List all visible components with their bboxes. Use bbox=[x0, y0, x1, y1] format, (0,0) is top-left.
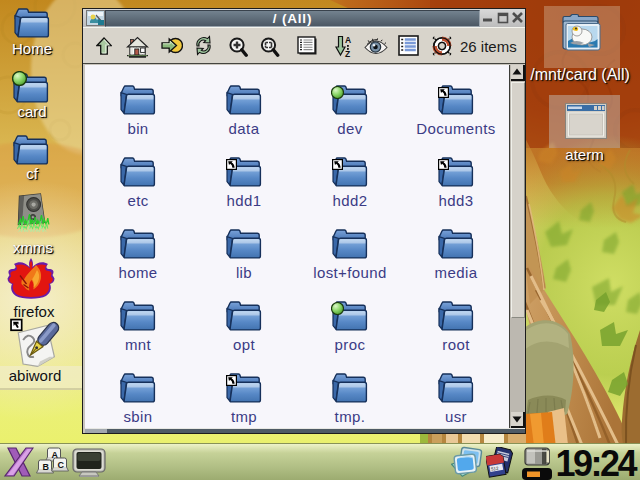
svg-text:Z: Z bbox=[345, 49, 350, 57]
svg-text:B: B bbox=[43, 462, 50, 472]
svg-text:A: A bbox=[345, 35, 351, 45]
svg-text:C: C bbox=[58, 460, 65, 470]
